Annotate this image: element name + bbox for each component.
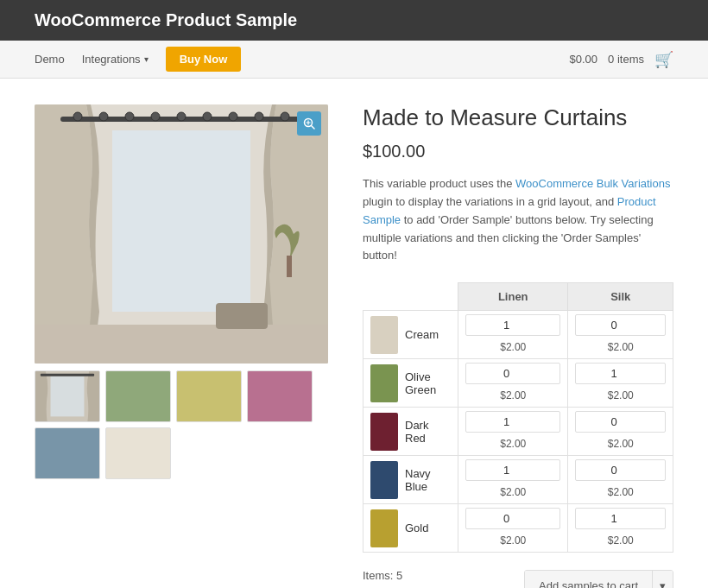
thumbnail-yellow[interactable] (176, 370, 242, 422)
buy-now-button[interactable]: Buy Now (166, 47, 242, 72)
linen-qty-input[interactable] (465, 459, 560, 481)
cart-footer: Items: 5 Total: $10.00 Add samples to ca… (363, 566, 673, 588)
color-name: Cream (405, 328, 439, 341)
table-row: Gold $2.00 $2.00 (363, 504, 673, 553)
color-name: Gold (405, 522, 428, 534)
main-content: Made to Measure Curtains $100.00 This va… (0, 79, 708, 588)
color-swatch (370, 461, 398, 499)
linen-input-cell: $2.00 (458, 456, 568, 504)
col-header-linen: Linen (458, 283, 568, 311)
color-cell: Cream (363, 311, 458, 359)
silk-price: $2.00 (568, 388, 673, 407)
svg-point-6 (151, 112, 160, 121)
thumbnail-blue[interactable] (35, 427, 100, 479)
product-title: Made to Measure Curtains (363, 104, 673, 131)
color-cell: Navy Blue (363, 456, 458, 504)
linen-price: $2.00 (458, 484, 567, 503)
add-samples-button[interactable]: Add samples to cart (525, 571, 652, 588)
svg-rect-12 (35, 325, 328, 364)
svg-point-5 (125, 112, 134, 121)
linen-qty-input[interactable] (465, 314, 560, 336)
svg-rect-21 (41, 374, 94, 376)
svg-point-9 (229, 112, 237, 121)
site-header: WooCommerce Product Sample (0, 0, 708, 41)
color-name: Navy Blue (405, 467, 451, 493)
thumbnail-olive[interactable] (105, 370, 171, 422)
product-details: Made to Measure Curtains $100.00 This va… (363, 104, 673, 588)
svg-point-11 (281, 112, 289, 121)
site-nav: Demo Integrations ▾ Buy Now $0.00 0 item… (0, 41, 708, 79)
svg-point-10 (255, 112, 263, 121)
variations-table: Linen Silk Cream $2.00 (363, 282, 673, 553)
cart-icon[interactable]: 🛒 (654, 50, 673, 69)
linen-input-cell: $2.00 (458, 408, 568, 456)
desc-text-3: to add 'Order Sample' buttons below. Try… (363, 213, 654, 262)
main-product-image (35, 104, 328, 364)
product-price: $100.00 (363, 142, 673, 161)
color-name: Olive Green (405, 370, 451, 396)
silk-price: $2.00 (568, 533, 673, 552)
desc-text-1: This variable product uses the (363, 177, 515, 190)
zoom-button[interactable] (297, 111, 321, 136)
cart-total: $0.00 (570, 53, 598, 66)
svg-point-7 (177, 112, 186, 121)
add-to-cart-group: Add samples to cart ▾ (524, 570, 673, 588)
thumbnail-curtain[interactable] (35, 370, 100, 422)
linen-price: $2.00 (458, 339, 567, 358)
linen-qty-input[interactable] (465, 411, 560, 433)
linen-input-cell: $2.00 (458, 504, 568, 553)
col-header-empty (363, 283, 458, 311)
silk-price: $2.00 (568, 436, 673, 455)
product-images (35, 104, 328, 588)
table-row: Navy Blue $2.00 $2.00 (363, 456, 673, 504)
silk-input-cell: $2.00 (568, 408, 673, 456)
color-swatch (370, 509, 398, 547)
cart-summary: Items: 5 Total: $10.00 (363, 566, 427, 588)
add-to-cart-dropdown-button[interactable]: ▾ (652, 571, 673, 588)
color-swatch (370, 364, 398, 402)
nav-right: $0.00 0 items 🛒 (570, 50, 673, 69)
col-header-silk: Silk (568, 283, 673, 311)
silk-qty-input[interactable] (575, 314, 666, 336)
thumbnail-cream[interactable] (105, 427, 171, 479)
linen-input-cell: $2.00 (458, 311, 568, 359)
color-cell: Olive Green (363, 359, 458, 408)
silk-qty-input[interactable] (575, 508, 666, 529)
nav-integrations-menu[interactable]: Integrations ▾ (82, 53, 149, 66)
silk-qty-input[interactable] (575, 411, 666, 433)
chevron-down-icon: ▾ (144, 54, 149, 64)
linen-input-cell: $2.00 (458, 359, 568, 408)
silk-qty-input[interactable] (575, 459, 666, 481)
svg-rect-14 (287, 256, 292, 277)
silk-input-cell: $2.00 (568, 456, 673, 504)
cart-items-count: 0 items (608, 53, 644, 66)
nav-left: Demo Integrations ▾ Buy Now (35, 47, 241, 72)
silk-input-cell: $2.00 (568, 504, 673, 553)
table-row: Dark Red $2.00 $2.00 (363, 408, 673, 456)
svg-rect-20 (51, 376, 85, 417)
svg-line-16 (312, 126, 315, 130)
svg-point-3 (73, 112, 82, 121)
table-row: Cream $2.00 $2.00 (363, 311, 673, 359)
color-name: Dark Red (405, 419, 451, 445)
silk-qty-input[interactable] (575, 363, 666, 384)
bulk-variations-link[interactable]: WooCommerce Bulk Variations (515, 177, 670, 190)
thumbnails-row (35, 370, 328, 479)
linen-price: $2.00 (458, 436, 567, 455)
dropdown-icon: ▾ (660, 579, 666, 588)
silk-input-cell: $2.00 (568, 311, 673, 359)
desc-text-2: plugin to display the variations in a gr… (363, 195, 617, 208)
color-cell: Dark Red (363, 408, 458, 456)
svg-point-8 (203, 112, 212, 121)
color-swatch (370, 316, 398, 354)
nav-demo-link[interactable]: Demo (35, 53, 65, 66)
color-cell: Gold (363, 504, 458, 553)
linen-price: $2.00 (458, 388, 567, 407)
linen-price: $2.00 (458, 533, 567, 552)
silk-price: $2.00 (568, 339, 673, 358)
thumbnail-pink[interactable] (247, 370, 313, 422)
linen-qty-input[interactable] (465, 508, 560, 529)
svg-rect-13 (216, 303, 268, 329)
linen-qty-input[interactable] (465, 363, 560, 384)
svg-rect-1 (112, 130, 250, 312)
